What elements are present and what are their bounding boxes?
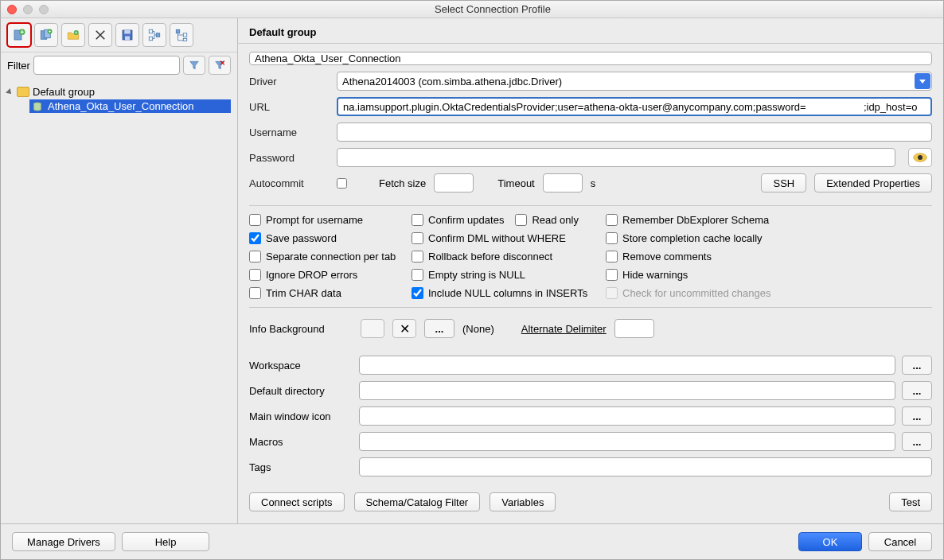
filter-label: Filter [7,60,30,72]
remove-comments-checkbox[interactable]: Remove comments [606,251,932,262]
tree-item-label: Athena_Okta_User_Connection [48,100,194,112]
autocommit-checkbox[interactable] [337,178,347,189]
save-password-checkbox[interactable]: Save password [249,232,408,244]
password-label: Password [249,152,329,164]
workspace-input[interactable] [359,356,895,375]
profile-name-input[interactable] [249,52,932,65]
password-input[interactable] [337,148,895,167]
close-window-icon[interactable] [7,5,17,14]
svg-rect-10 [149,37,153,41]
database-icon [32,101,43,112]
zoom-window-icon [39,5,49,14]
timeout-unit: s [591,177,596,189]
store-cache-checkbox[interactable]: Store completion cache locally [606,232,932,244]
alternate-delimiter-input[interactable] [614,319,654,338]
choose-color-button[interactable]: ... [424,319,454,338]
profile-tree: Default group Athena_Okta_User_Connectio… [1,81,237,116]
username-input[interactable] [337,122,932,142]
svg-rect-13 [183,33,187,37]
dialog-footer: Manage Drivers Help OK Cancel [1,523,943,559]
macros-browse-button[interactable]: ... [902,432,932,451]
workspace-browse-button[interactable]: ... [902,356,932,375]
timeout-input[interactable] [543,173,583,192]
main-icon-label: Main window icon [249,410,353,422]
cancel-button[interactable]: Cancel [868,532,932,551]
info-none-text: (None) [462,323,494,335]
confirm-updates-checkbox[interactable]: Confirm updates [412,214,504,226]
connect-scripts-button[interactable]: Connect scripts [249,492,345,511]
tree-expand-button[interactable] [142,23,166,47]
read-only-checkbox[interactable]: Read only [515,214,579,226]
copy-profile-button[interactable] [34,23,58,47]
fetch-size-input[interactable] [434,173,474,192]
svg-rect-9 [149,29,153,33]
group-header: Default group [238,18,943,44]
main-icon-browse-button[interactable]: ... [902,406,932,426]
tree-item-connection[interactable]: Athena_Okta_User_Connection [29,99,231,113]
empty-null-checkbox[interactable]: Empty string is NULL [412,269,603,281]
tree-collapse-button[interactable] [170,23,193,47]
svg-rect-11 [156,33,160,37]
schema-filter-button[interactable]: Schema/Catalog Filter [354,492,481,511]
macros-input[interactable] [359,432,895,451]
main-icon-input[interactable] [359,406,895,426]
url-label: URL [249,101,329,113]
filter-input[interactable] [33,56,180,75]
save-button[interactable] [115,23,139,47]
tree-expand-icon[interactable] [6,88,14,96]
clear-color-button[interactable]: ✕ [392,319,416,338]
filter-apply-button[interactable] [183,56,205,75]
options-grid: Prompt for username Confirm updates Read… [249,205,932,308]
left-panel: Filter Default group Athena_Okta_User_Co… [1,18,238,523]
svg-rect-7 [124,30,131,34]
title-bar: Select Connection Profile [1,1,943,18]
macros-label: Macros [249,436,353,448]
default-dir-browse-button[interactable]: ... [902,381,932,400]
ssh-button[interactable]: SSH [761,173,806,192]
alternate-delimiter-link[interactable]: Alternate Delimiter [521,323,607,335]
tree-group[interactable]: Default group [7,84,231,99]
extended-properties-button[interactable]: Extended Properties [814,173,932,192]
help-button[interactable]: Help [122,532,209,551]
url-input[interactable] [337,97,932,116]
hide-warnings-checkbox[interactable]: Hide warnings [606,269,932,281]
filter-clear-button[interactable] [209,56,231,75]
test-button[interactable]: Test [889,492,932,511]
tree-group-label: Default group [33,86,95,98]
color-preview[interactable] [361,319,384,338]
ok-button[interactable]: OK [798,532,862,551]
username-label: Username [249,126,329,138]
tags-input[interactable] [359,457,932,476]
trim-char-checkbox[interactable]: Trim CHAR data [249,287,408,299]
manage-drivers-button[interactable]: Manage Drivers [12,532,115,551]
confirm-dml-checkbox[interactable]: Confirm DML without WHERE [412,232,603,244]
ignore-drop-checkbox[interactable]: Ignore DROP errors [249,269,408,281]
info-background-label: Info Background [249,323,353,335]
profile-toolbar [1,18,237,52]
folder-icon [17,87,29,97]
show-password-button[interactable] [908,148,932,167]
check-uncommitted-checkbox: Check for uncommitted changes [606,287,932,299]
new-folder-button[interactable] [61,23,85,47]
prompt-username-checkbox[interactable]: Prompt for username [249,214,408,226]
driver-label: Driver [249,76,329,88]
include-null-checkbox[interactable]: Include NULL columns in INSERTs [412,287,603,299]
svg-point-17 [918,155,923,160]
variables-button[interactable]: Variables [490,492,556,511]
window-title: Select Connection Profile [49,3,937,15]
autocommit-label: Autocommit [249,177,329,189]
rollback-checkbox[interactable]: Rollback before disconnect [412,251,603,262]
minimize-window-icon [23,5,33,14]
new-profile-button[interactable] [7,23,31,47]
default-dir-input[interactable] [359,381,895,400]
delete-button[interactable] [88,23,112,47]
driver-select[interactable]: Athena2014003 (com.simba.athena.jdbc.Dri… [337,72,932,91]
default-dir-label: Default directory [249,385,353,397]
svg-rect-14 [183,39,187,41]
separate-connection-checkbox[interactable]: Separate connection per tab [249,251,408,262]
workspace-label: Workspace [249,360,353,371]
svg-rect-12 [176,29,180,33]
fetch-size-label: Fetch size [379,177,426,189]
right-panel: Default group Driver Athena2014003 (com.… [238,18,943,523]
remember-schema-checkbox[interactable]: Remember DbExplorer Schema [606,214,932,226]
